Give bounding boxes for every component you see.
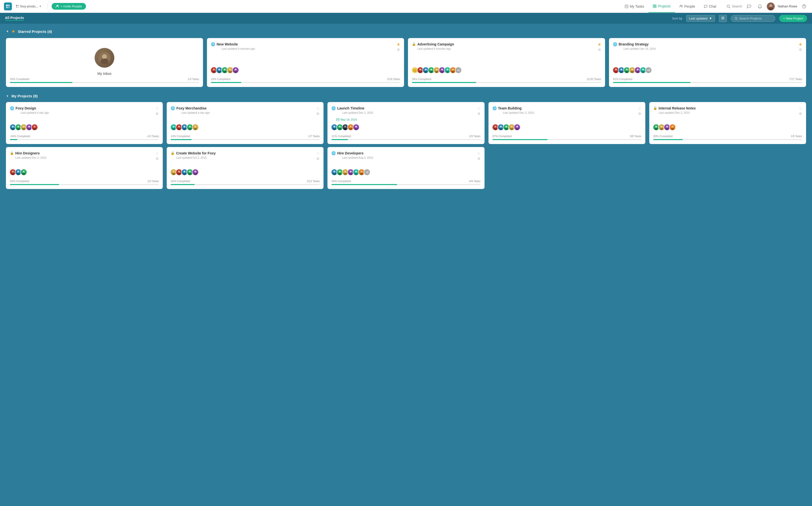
star-button[interactable]: ☆ — [155, 106, 159, 111]
tasks-label: 1/3 Tasks — [188, 78, 199, 81]
svg-point-146 — [505, 125, 507, 128]
project-card-advertising-campaign[interactable]: 🔒 Advertising Campaign Last updated 6 mi… — [408, 38, 605, 87]
svg-point-20 — [727, 5, 729, 7]
svg-point-141 — [494, 128, 497, 130]
gear-button[interactable]: ⚙ — [598, 48, 601, 52]
svg-point-27 — [804, 7, 804, 8]
star-button[interactable]: ☆ — [477, 151, 481, 156]
project-card-hire-designers[interactable]: 🔒 Hire Designers Last updated Dec 2, 201… — [6, 147, 163, 189]
member-avatars-row: +3 — [613, 67, 802, 74]
sort-dropdown[interactable]: Last updated ▼ — [686, 15, 715, 22]
help-button[interactable] — [800, 2, 808, 10]
tasks-label: 2/12 Tasks — [307, 180, 320, 183]
member-avatars-row — [492, 124, 641, 131]
svg-point-131 — [344, 125, 346, 128]
svg-point-204 — [354, 173, 358, 175]
star-button[interactable]: ☆ — [155, 151, 159, 156]
user-avatar[interactable] — [767, 2, 775, 10]
project-card-hire-developers[interactable]: 🌐 Hire Developers Last updated Aug 3, 20… — [327, 147, 484, 189]
card-updated: Last updated a day ago — [181, 111, 210, 114]
svg-point-189 — [194, 173, 197, 175]
nav-projects[interactable]: Projects — [648, 0, 675, 13]
svg-point-118 — [194, 125, 197, 128]
new-project-button[interactable]: + New Project — [779, 15, 807, 22]
new-project-label: + New Project — [783, 16, 803, 20]
card-updated: Last updated Dec 2, 2015 — [342, 111, 373, 114]
svg-point-174 — [22, 173, 25, 175]
gear-button[interactable]: ⚙ — [477, 157, 481, 161]
gear-button[interactable]: ⚙ — [316, 157, 320, 161]
svg-point-41 — [218, 71, 221, 73]
progress-fill — [613, 82, 691, 83]
card-title: Hire Designers — [15, 151, 46, 155]
project-card-launch-timeline[interactable]: 🌐 Launch Timeline Last updated Dec 2, 20… — [327, 102, 484, 144]
progress-bar — [492, 139, 641, 140]
starred-toggle[interactable]: ▼ — [6, 30, 9, 33]
star-button[interactable]: ☆ — [638, 106, 641, 111]
nav-people-label: People — [684, 4, 695, 8]
nav-my-tasks-label: My Tasks — [630, 4, 644, 8]
project-card-foxy-merchandise[interactable]: 🌐 Foxy Merchandise Last updated a day ag… — [167, 102, 323, 144]
star-button[interactable]: ☆ — [477, 106, 481, 111]
completed-label: 41% Completed — [613, 78, 632, 81]
gear-button[interactable]: ⚙ — [799, 48, 802, 52]
my-projects-section-header: ▼ My Projects (8) — [6, 94, 806, 98]
list-view-button[interactable] — [719, 15, 727, 22]
card-updated: Last updated a day ago — [20, 111, 49, 114]
progress-bar — [331, 139, 480, 140]
svg-rect-0 — [6, 4, 8, 6]
gear-button[interactable]: ⚙ — [638, 112, 641, 116]
gear-button[interactable]: ⚙ — [397, 48, 400, 52]
svg-point-147 — [505, 128, 508, 130]
star-button[interactable]: ☆ — [316, 151, 320, 156]
project-card-new-website[interactable]: 🌐 New Website Last updated 6 minutes ago… — [207, 38, 404, 87]
svg-rect-15 — [655, 5, 656, 6]
svg-point-116 — [188, 128, 192, 130]
gear-button[interactable]: ⚙ — [316, 112, 320, 116]
notifications-button[interactable] — [756, 2, 764, 10]
nav-search-button[interactable]: Search — [726, 4, 742, 8]
invite-people-button[interactable]: + Invite People — [52, 3, 86, 10]
gear-button[interactable]: ⚙ — [156, 112, 159, 116]
messages-button[interactable] — [745, 2, 753, 10]
nav-my-tasks[interactable]: My Tasks — [620, 0, 648, 12]
globe-icon: 🌐 — [492, 106, 497, 110]
gear-button[interactable]: ⚙ — [799, 112, 802, 116]
nav-chat[interactable]: Chat — [699, 0, 721, 12]
nav-chat-label: Chat — [709, 4, 716, 8]
svg-point-206 — [361, 170, 363, 173]
svg-point-100 — [28, 125, 30, 128]
svg-point-68 — [446, 71, 449, 73]
workspace-selector[interactable]: foxy-produ... ▼ — [14, 3, 43, 9]
my-projects-toggle[interactable]: ▼ — [6, 94, 9, 98]
svg-point-98 — [22, 128, 25, 130]
svg-point-64 — [441, 69, 443, 71]
project-card-team-building[interactable]: 🌐 Team Building Last updated Dec 2, 2015… — [489, 102, 645, 144]
nav-people[interactable]: People — [675, 0, 700, 12]
lock-icon: 🔒 — [10, 151, 14, 155]
gear-button[interactable]: ⚙ — [156, 157, 159, 161]
svg-point-126 — [333, 128, 336, 130]
project-card-branding-strategy[interactable]: 🌐 Branding Strategy Last updated Jan 19,… — [609, 38, 806, 87]
project-card-internal-release-notes[interactable]: 🔒 Internal Release Notes Last updated De… — [649, 102, 806, 144]
tasks-label: -1/3 Tasks — [146, 135, 159, 138]
top-navigation: foxy-produ... ▼ + Invite People My Tasks… — [0, 0, 812, 13]
card-updated: Last updated Dec 2, 2015 — [15, 156, 46, 159]
star-button[interactable]: ☆ — [316, 106, 320, 111]
star-button[interactable]: ★ — [799, 42, 802, 47]
svg-point-44 — [223, 71, 226, 73]
tasks-label: 1/9 Tasks — [469, 135, 480, 138]
completed-label: 37% Completed — [492, 135, 512, 138]
project-card-foxy-design[interactable]: 🌐 Foxy Design Last updated a day ago ☆ ⚙ — [6, 102, 163, 144]
date-badge-text: May 18, 2016 — [340, 118, 357, 121]
project-card-my-inbox[interactable]: My Inbox 33% Completed 1/3 Tasks — [6, 38, 203, 87]
gear-button[interactable]: ⚙ — [477, 112, 481, 116]
search-projects-input[interactable]: Search Projects — [731, 15, 775, 22]
svg-point-132 — [344, 128, 347, 130]
svg-point-149 — [510, 125, 513, 128]
star-button[interactable]: ★ — [397, 42, 400, 47]
project-card-create-website-for-foxy[interactable]: 🔒 Create Website for Foxy Last updated O… — [167, 147, 323, 189]
star-button[interactable]: ★ — [598, 42, 601, 47]
star-button[interactable]: ☆ — [799, 106, 802, 111]
card-title: Advertising Campaign — [417, 42, 454, 47]
